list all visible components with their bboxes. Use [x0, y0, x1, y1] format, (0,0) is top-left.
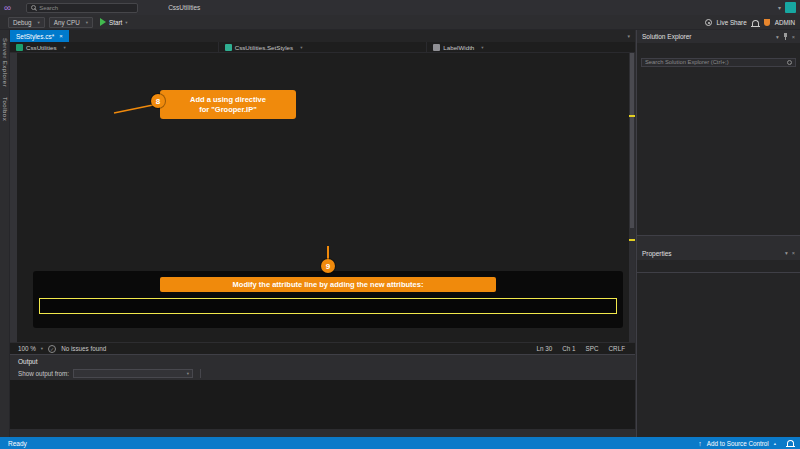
callout-step9-number: 9	[321, 259, 335, 273]
callout-step9-panel: Modify the attribute line by adding the …	[33, 271, 623, 328]
solution-tree	[637, 68, 800, 235]
callout-step9-connector	[327, 246, 329, 260]
code-lines	[10, 53, 635, 56]
tool-panel-tabs	[637, 235, 800, 247]
output-content[interactable]	[10, 380, 635, 429]
chevron-down-icon: ▾	[64, 45, 66, 50]
output-title: Output	[18, 358, 38, 365]
chevron-down-icon: ▾	[481, 45, 483, 50]
output-source-dropdown[interactable]: ▾	[73, 369, 193, 378]
platform-dropdown[interactable]: Any CPU ▾	[49, 17, 93, 28]
notifications-chevron-icon[interactable]: ▾	[778, 4, 781, 11]
toolbox-tab[interactable]: Toolbox	[2, 97, 8, 121]
search-icon	[31, 5, 36, 10]
breadcrumb-project[interactable]: CssUtilities ▾	[10, 42, 219, 52]
property-icon	[433, 44, 440, 51]
chevron-down-icon: ▾	[300, 45, 302, 50]
solution-explorer-title: Solution Explorer	[642, 33, 692, 40]
output-panel: Output Show output from: ▾	[10, 354, 635, 429]
visual-studio-logo-icon: ∞	[4, 3, 11, 13]
close-icon[interactable]: ×	[792, 34, 795, 40]
panel-gap	[10, 429, 635, 437]
properties-title: Properties	[642, 250, 672, 257]
notifications-bell-icon[interactable]	[787, 440, 794, 446]
tab-list-icon: ▾	[627, 33, 630, 39]
change-mark	[629, 239, 635, 241]
start-label: Start	[109, 19, 122, 26]
glyph-margin	[10, 53, 17, 342]
line-number-indicator[interactable]: Ln 30	[537, 345, 553, 352]
change-mark	[629, 115, 635, 117]
editor-scrollbar[interactable]	[629, 53, 635, 342]
live-share-label[interactable]: Live Share	[717, 19, 747, 26]
start-debugging-button[interactable]: Start ▾	[100, 18, 128, 26]
document-tab-strip: SetStyles.cs* × ▾	[10, 30, 635, 42]
window-menu-icon[interactable]: ▾	[776, 34, 779, 40]
close-icon[interactable]: ×	[59, 33, 63, 39]
solution-search-placeholder: Search Solution Explorer (Ctrl+;)	[645, 59, 729, 65]
title-bar: ∞ Search CssUtilities ▾	[0, 0, 800, 15]
statusbar-right: ↑ Add to Source Control ▴	[698, 440, 794, 447]
breadcrumb-project-label: CssUtilities	[26, 44, 57, 51]
debug-target-dropdown[interactable]: Debug ▾	[8, 17, 45, 28]
solution-explorer-header: Solution Explorer ▾ ×	[637, 30, 800, 43]
line-ending-indicator[interactable]: CRLF	[609, 345, 625, 352]
titlebar-right: ▾	[778, 2, 800, 13]
code-editor[interactable]: Add a using directive for "Grooper.IP" 8…	[10, 53, 635, 342]
editor-status-strip: 100 % ▾ ✓ No issues found Ln 30 Ch 1 SPC…	[10, 342, 635, 354]
admin-shield-icon	[764, 19, 770, 26]
properties-content	[637, 273, 800, 438]
publish-up-arrow-icon: ↑	[698, 440, 702, 447]
tab-list-button[interactable]: ▾	[627, 30, 635, 42]
callout-step8: Add a using directive for "Grooper.IP"	[160, 90, 296, 119]
breadcrumb-type-label: CssUtilities.SetStyles	[235, 44, 293, 51]
class-icon	[225, 44, 232, 51]
platform-value: Any CPU	[54, 19, 80, 26]
live-share-icon[interactable]	[705, 19, 712, 26]
column-indicator[interactable]: Ch 1	[562, 345, 575, 352]
add-to-source-control-button[interactable]: Add to Source Control	[707, 440, 769, 447]
callout-step8-line1: Add a using directive	[160, 95, 296, 105]
solution-search-input[interactable]: Search Solution Explorer (Ctrl+;)	[641, 58, 796, 67]
chevron-down-icon[interactable]: ▾	[41, 346, 43, 351]
server-explorer-tab[interactable]: Server Explorer	[2, 38, 8, 87]
visual-studio-window: ∞ Search CssUtilities ▾ Debug ▾ Any CPU …	[0, 0, 800, 449]
document-health-label: No issues found	[61, 345, 106, 352]
caret-up-icon[interactable]: ▴	[774, 441, 776, 446]
standard-toolbar: Debug ▾ Any CPU ▾ Start ▾ Live Share ADM…	[0, 15, 800, 30]
feedback-bell-icon[interactable]	[752, 20, 759, 26]
window-title: CssUtilities	[168, 4, 200, 11]
close-icon[interactable]: ×	[792, 250, 795, 256]
document-health-icon[interactable]: ✓	[48, 345, 56, 353]
chevron-down-icon: ▾	[125, 20, 127, 25]
window-menu-icon[interactable]: ▾	[785, 250, 788, 256]
spaces-indicator[interactable]: SPC	[586, 345, 599, 352]
pin-icon[interactable]	[783, 33, 788, 40]
output-toolbar: Show output from: ▾	[10, 367, 635, 380]
scrollbar-thumb[interactable]	[630, 53, 634, 228]
callout-step9-code	[39, 298, 617, 314]
breadcrumb-member[interactable]: LabelWidth ▾	[427, 42, 635, 52]
show-output-from-label: Show output from:	[18, 370, 69, 377]
callout-step8-line2: for "Grooper.IP"	[160, 105, 296, 115]
panel-header-buttons: ▾ ×	[785, 250, 795, 256]
toolbar-right: Live Share ADMIN	[705, 19, 800, 26]
tab-label: SetStyles.cs*	[16, 33, 54, 40]
separator	[200, 369, 201, 378]
chevron-down-icon: ▾	[86, 20, 88, 25]
breadcrumb-member-label: LabelWidth	[443, 44, 474, 51]
document-tab-setstyles[interactable]: SetStyles.cs* ×	[10, 30, 69, 42]
zoom-level[interactable]: 100 %	[18, 345, 36, 352]
panel-header-buttons: ▾ ×	[776, 33, 795, 40]
search-placeholder: Search	[39, 5, 58, 11]
callout-step9-header: Modify the attribute line by adding the …	[160, 277, 496, 292]
quick-search-input[interactable]: Search	[26, 3, 138, 13]
play-icon	[100, 18, 106, 26]
right-dock-column: Solution Explorer ▾ × Search Solution Ex…	[636, 30, 800, 437]
status-ready-label: Ready	[8, 440, 27, 447]
caret-position-group: Ln 30 Ch 1 SPC CRLF	[537, 345, 625, 352]
breadcrumb-type[interactable]: CssUtilities.SetStyles ▾	[219, 42, 428, 52]
user-avatar[interactable]	[785, 2, 796, 13]
navigation-bar: CssUtilities ▾ CssUtilities.SetStyles ▾ …	[10, 42, 635, 53]
solution-explorer-toolbar	[637, 43, 800, 56]
